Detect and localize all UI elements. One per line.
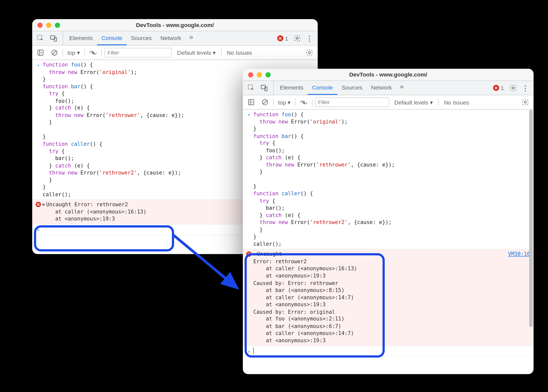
tab-console[interactable]: Console xyxy=(97,31,127,45)
inspect-element-icon[interactable] xyxy=(35,33,46,44)
console-body: › function foo() { throw new Error('orig… xyxy=(243,110,533,374)
console-filter-bar: top ▾ Default levels ▾ No Issues xyxy=(32,46,318,60)
error-icon: ✕ xyxy=(277,35,283,41)
error-count: 1 xyxy=(285,35,288,42)
close-window-button[interactable] xyxy=(38,22,43,28)
error-counter[interactable]: ✕ 1 xyxy=(490,84,507,91)
tabbar: Elements Console Sources Network » ✕ 1 ⋮ xyxy=(32,31,318,46)
tabbar: Elements Console Sources Network » ✕ 1 ⋮ xyxy=(243,81,533,95)
chevron-down-icon: ▾ xyxy=(430,99,433,106)
disclosure-triangle-icon[interactable]: ▶ xyxy=(253,251,256,257)
prompt-chevron-icon: › xyxy=(247,348,251,355)
minimize-window-button[interactable] xyxy=(46,22,51,28)
chevron-down-icon: ▾ xyxy=(213,49,216,56)
maximize-window-button[interactable] xyxy=(55,22,60,28)
code-entry: function foo() { throw new Error('origin… xyxy=(43,61,184,198)
svg-rect-13 xyxy=(249,100,254,105)
chevron-down-icon: ▾ xyxy=(77,49,80,56)
devtools-window-after: DevTools - www.google.com/ Elements Cons… xyxy=(243,69,533,374)
log-levels-selector[interactable]: Default levels ▾ xyxy=(392,99,436,106)
maximize-window-button[interactable] xyxy=(265,72,271,77)
toggle-drawer-icon[interactable] xyxy=(35,47,46,58)
window-title: DevTools - www.google.com/ xyxy=(32,22,318,28)
code-entry: function foo() { throw new Error('origin… xyxy=(253,111,395,248)
prompt-chevron-icon: › xyxy=(37,226,40,234)
toggle-drawer-icon[interactable] xyxy=(245,96,257,108)
svg-point-16 xyxy=(524,101,526,103)
console-settings-icon[interactable] xyxy=(304,47,315,58)
filter-input[interactable] xyxy=(315,98,389,107)
tab-sources[interactable]: Sources xyxy=(337,81,367,95)
console-input-row[interactable]: › function foo() { throw new Error('orig… xyxy=(243,110,533,249)
prompt-chevron-icon: › xyxy=(247,111,251,118)
more-tabs-icon[interactable]: » xyxy=(186,31,197,42)
tab-sources[interactable]: Sources xyxy=(127,31,156,45)
issues-counter[interactable]: No Issues xyxy=(441,99,472,106)
clear-console-icon[interactable] xyxy=(49,47,60,58)
clear-console-icon[interactable] xyxy=(259,96,271,108)
tab-console[interactable]: Console xyxy=(308,81,337,95)
tab-network[interactable]: Network xyxy=(367,81,396,95)
log-levels-selector[interactable]: Default levels ▾ xyxy=(175,49,219,56)
svg-point-3 xyxy=(296,37,298,39)
svg-point-12 xyxy=(512,87,514,89)
error-message-row[interactable]: ▶Uncaught Error: rethrower2 at caller (<… xyxy=(243,250,533,346)
issues-counter[interactable]: No Issues xyxy=(224,49,254,56)
execution-context-selector[interactable]: top ▾ xyxy=(276,99,293,106)
tab-elements[interactable]: Elements xyxy=(275,81,308,95)
live-expression-icon[interactable] xyxy=(298,96,309,108)
console-prompt-row[interactable]: › xyxy=(243,346,533,357)
window-title: DevTools - www.google.com/ xyxy=(243,71,533,78)
error-counter[interactable]: ✕ 1 xyxy=(275,35,291,42)
tab-elements[interactable]: Elements xyxy=(65,31,97,45)
titlebar: DevTools - www.google.com/ xyxy=(32,19,318,32)
chevron-down-icon: ▾ xyxy=(288,99,291,106)
device-toolbar-icon[interactable] xyxy=(48,33,59,44)
scrollbar[interactable] xyxy=(528,110,533,374)
svg-rect-4 xyxy=(38,50,43,55)
kebab-menu-icon[interactable]: ⋮ xyxy=(304,33,315,44)
settings-icon[interactable] xyxy=(292,33,303,44)
kebab-menu-icon[interactable]: ⋮ xyxy=(520,82,531,94)
settings-icon[interactable] xyxy=(507,82,519,94)
error-count: 1 xyxy=(501,84,504,91)
execution-context-selector[interactable]: top ▾ xyxy=(66,49,82,56)
close-window-button[interactable] xyxy=(248,72,253,77)
more-tabs-icon[interactable]: » xyxy=(396,81,407,92)
error-icon: ✕ xyxy=(493,85,499,91)
live-expression-icon[interactable] xyxy=(88,47,99,58)
prompt-chevron-icon: › xyxy=(37,62,40,69)
device-toolbar-icon[interactable] xyxy=(259,82,270,94)
titlebar: DevTools - www.google.com/ xyxy=(243,69,533,81)
console-filter-bar: top ▾ Default levels ▾ No Issues xyxy=(243,95,533,110)
source-location-link[interactable]: VM30:16 xyxy=(503,251,530,258)
svg-point-7 xyxy=(308,52,310,54)
disclosure-triangle-icon[interactable]: ▶ xyxy=(43,202,45,208)
console-settings-icon[interactable] xyxy=(520,96,531,108)
filter-input[interactable] xyxy=(105,48,172,57)
minimize-window-button[interactable] xyxy=(257,72,262,77)
tab-network[interactable]: Network xyxy=(156,31,186,45)
inspect-element-icon[interactable] xyxy=(245,82,257,94)
